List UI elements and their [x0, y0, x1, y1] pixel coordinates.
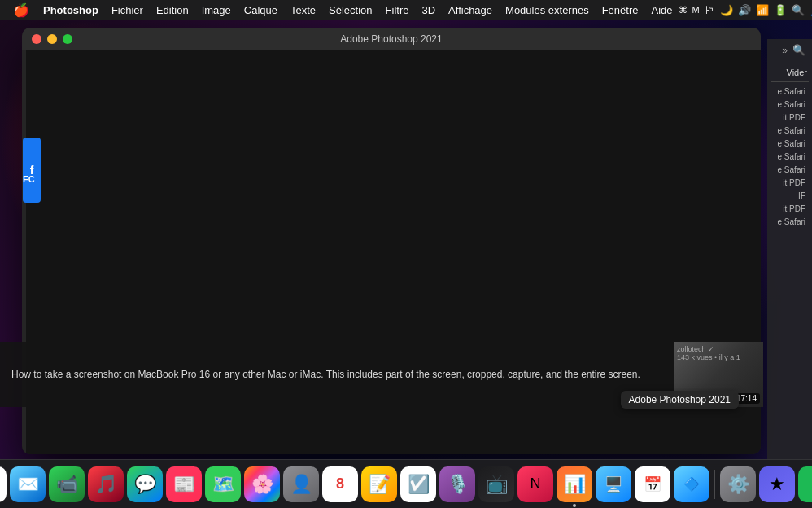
menu-fichier[interactable]: Fichier [106, 2, 149, 18]
preview-thumbnail: zollotech ✓ 143 k vues • il y a 1 17:14 [674, 342, 763, 407]
apple-menu[interactable]: 🍎 [7, 2, 36, 18]
setapp-icon: ★ [769, 474, 785, 495]
sidebar-item-9[interactable]: it PDF [771, 203, 809, 215]
ps-traffic-lights [32, 34, 72, 44]
dock-mail[interactable]: ✉️ [10, 466, 46, 502]
preview-text-area: How to take a screenshot on MacBook Pro … [0, 342, 674, 407]
menubar: 🍎 Photoshop Fichier Edition Image Calque… [0, 0, 812, 20]
menu-filtre[interactable]: Filtre [380, 2, 415, 18]
podcasts-icon: 🎙️ [447, 474, 469, 495]
sidebar-chevron-icon[interactable]: » [782, 45, 788, 56]
menu-edition[interactable]: Edition [151, 2, 194, 18]
fc-label-text: FC [23, 174, 35, 184]
window-minimize-button[interactable] [47, 34, 57, 44]
sidebar-item-1[interactable]: e Safari [771, 99, 809, 111]
menubar-left: 🍎 Photoshop Fichier Edition Image Calque… [7, 2, 679, 18]
dock-systemprefs[interactable]: ⚙️ [720, 466, 756, 502]
sidebar-item-7[interactable]: it PDF [771, 177, 809, 189]
sidebar-history-list: e Safari e Safari it PDF e Safari e Safa… [767, 84, 812, 230]
dock-gcalendar[interactable]: 📅 [635, 466, 670, 502]
dock-music[interactable]: 🎵 [88, 466, 124, 502]
menubar-right: ⌘ M 🏳 🌙 🔊 📶 🔋 🔍 👤 Ven. 8 janv. 19:20 [679, 4, 812, 16]
sidebar-item-2[interactable]: it PDF [771, 112, 809, 124]
window-close-button[interactable] [32, 34, 41, 44]
dock-podcasts[interactable]: 🎙️ [439, 466, 475, 502]
menubar-battery-icon[interactable]: 🔋 [774, 4, 787, 16]
dock-appletv[interactable]: 📺 [478, 466, 514, 502]
gcalendar-icon: 📅 [644, 475, 661, 493]
menubar-volume-icon[interactable]: 🔊 [738, 4, 751, 16]
preview-stats: 143 k vues • il y a 1 [677, 353, 740, 361]
menubar-wifi-icon[interactable]: 📶 [756, 4, 769, 16]
notes-icon: 📝 [369, 474, 391, 495]
sidebar-item-8[interactable]: IF [771, 190, 809, 202]
sidebar-item-10[interactable]: e Safari [771, 216, 809, 228]
dock-news[interactable]: 📰 [166, 466, 202, 502]
transporter-icon: 🔷 [683, 476, 700, 492]
dock-spotify[interactable]: ♫ [798, 466, 812, 502]
menu-fenetre[interactable]: Fenêtre [596, 2, 644, 18]
menu-calque[interactable]: Calque [238, 2, 283, 18]
dock-calendar[interactable]: 8 [322, 466, 358, 502]
dock-photos[interactable]: 🌸 [244, 466, 280, 502]
sidebar-item-6[interactable]: e Safari [771, 164, 809, 176]
menu-aide[interactable]: Aide [645, 2, 678, 18]
mail-icon: ✉️ [17, 474, 39, 495]
systemprefs-icon: ⚙️ [727, 474, 749, 495]
menubar-flag-icon[interactable]: 🏳 [705, 4, 715, 16]
dock-facetime[interactable]: 📹 [49, 466, 85, 502]
ps-titlebar: Adobe Photoshop 2021 [22, 28, 761, 50]
keynote-icon: 🖥️ [605, 475, 622, 493]
menu-texte[interactable]: Texte [285, 2, 321, 18]
preview-duration-badge: 17:14 [733, 393, 760, 404]
charts-dot [573, 504, 576, 507]
right-sidebar: » 🔍 Vider e Safari e Safari it PDF e Saf… [767, 39, 812, 459]
dock-maps[interactable]: 🗺️ [205, 466, 241, 502]
menubar-icon-m[interactable]: M [692, 5, 700, 15]
dock-separator [714, 470, 715, 499]
menu-modules[interactable]: Modules externes [500, 2, 595, 18]
menu-image[interactable]: Image [196, 2, 237, 18]
menu-photoshop[interactable]: Photoshop [37, 2, 104, 18]
dock-transporter[interactable]: 🔷 [674, 466, 709, 502]
window-maximize-button[interactable] [63, 34, 72, 44]
dock-notes[interactable]: 📝 [361, 466, 397, 502]
reminders-icon: ☑️ [408, 474, 430, 495]
menu-affichage[interactable]: Affichage [443, 2, 498, 18]
sidebar-item-0[interactable]: e Safari [771, 85, 809, 98]
desktop: Adobe Photoshop 2021 f FC » 🔍 Vider e Sa… [0, 20, 812, 459]
sidebar-search-icon[interactable]: 🔍 [792, 44, 805, 56]
dock-news2[interactable]: N [517, 466, 553, 502]
sidebar-item-4[interactable]: e Safari [771, 138, 809, 150]
facebook-icon: f [23, 138, 41, 203]
menubar-moon-icon[interactable]: 🌙 [720, 4, 733, 16]
news2-icon: N [530, 475, 541, 493]
sidebar-top-controls: » 🔍 [767, 39, 812, 61]
menu-selection[interactable]: Sélection [323, 2, 378, 18]
dock-charts[interactable]: 📊 [557, 466, 592, 502]
sidebar-item-5[interactable]: e Safari [771, 151, 809, 163]
sidebar-divider-1 [771, 63, 809, 64]
menubar-icon-1[interactable]: ⌘ [679, 5, 688, 15]
sidebar-vider-button[interactable]: Vider [767, 65, 812, 80]
maps-icon: 🗺️ [212, 474, 234, 495]
preview-text-title: How to take a screenshot on MacBook Pro … [11, 368, 662, 382]
sidebar-divider-2 [771, 81, 809, 82]
charts-icon: 📊 [564, 474, 586, 495]
preview-channel-name: zollotech ✓ [677, 345, 714, 353]
dock-chrome[interactable]: 🌐 [0, 466, 7, 502]
dock-contacts[interactable]: 👤 [283, 466, 319, 502]
dock: 🔵 🚀 🧭 🌐 ✉️ 📹 🎵 💬 📰 🗺️ 🌸 👤 8 [0, 459, 812, 508]
facetime-icon: 📹 [56, 474, 78, 495]
calendar-icon: 8 [336, 475, 344, 493]
sidebar-item-3[interactable]: e Safari [771, 125, 809, 137]
menu-3d[interactable]: 3D [416, 2, 441, 18]
dock-reminders[interactable]: ☑️ [400, 466, 436, 502]
preview-channel-label: zollotech ✓ 143 k vues • il y a 1 [677, 345, 740, 361]
dock-messages[interactable]: 💬 [127, 466, 163, 502]
bottom-preview: How to take a screenshot on MacBook Pro … [0, 342, 763, 407]
dock-setapp[interactable]: ★ [759, 466, 795, 502]
contacts-icon: 👤 [290, 474, 312, 495]
menubar-search-icon[interactable]: 🔍 [792, 4, 805, 16]
dock-keynote[interactable]: 🖥️ [596, 466, 631, 502]
